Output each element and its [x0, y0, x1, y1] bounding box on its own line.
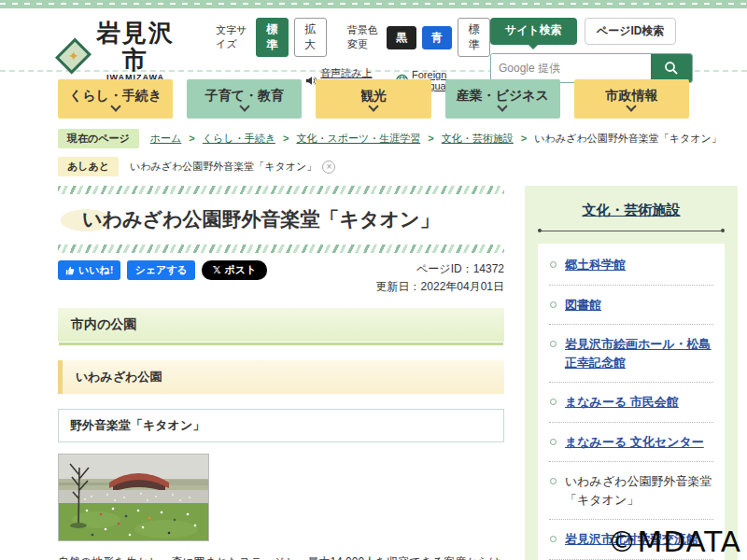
- thumbs-up-icon: [65, 266, 75, 275]
- nav-item-kosodate[interactable]: 子育て・教育: [187, 79, 302, 119]
- circle-bullet-icon: [550, 341, 557, 347]
- sidebar-item-manamiru-shimin-kaikan[interactable]: まなみーる 市民会館: [549, 383, 713, 423]
- nav-item-sangyo[interactable]: 産業・ビジネス: [445, 79, 560, 119]
- sidebar-divider: [538, 229, 725, 232]
- ashiato-row: あしあと いわみざわ公園野外音楽堂「キタオン」 ×: [0, 152, 747, 180]
- section-heading-parks: 市内の公園: [58, 308, 504, 343]
- body-paragraph: 自然の地形を生かし、森に囲まれたステージと、最大14,000人を収容できる客席か…: [58, 553, 504, 560]
- nav-item-kanko[interactable]: 観光: [316, 79, 430, 119]
- breadcrumb-link-bunka-geijutsu[interactable]: 文化・芸術施設: [442, 133, 514, 144]
- sidebar-item-kyodo-science[interactable]: 郷土科学館: [549, 245, 713, 286]
- decor-leaf-border-bottom: [58, 245, 504, 253]
- ashiato-item-label: いわみざわ公園野外音楽堂「キタオン」: [130, 160, 317, 174]
- mdata-watermark: ©MDATA: [607, 525, 741, 558]
- search-button[interactable]: [651, 54, 692, 82]
- breadcrumb-link-bunka-sports[interactable]: 文化・スポーツ・生涯学習: [296, 133, 420, 144]
- city-crest-icon: ✦: [55, 37, 92, 74]
- sidebar-item-kaiga-hall[interactable]: 岩見沢市絵画ホール・松島正幸記念館: [549, 325, 713, 383]
- breadcrumb-link-kurashi[interactable]: くらし・手続き: [203, 133, 275, 144]
- ashiato-badge: あしあと: [58, 157, 119, 176]
- bg-standard-button[interactable]: 標準: [458, 18, 490, 57]
- decor-stitch-band: [0, 0, 747, 8]
- font-size-standard-button[interactable]: 標準: [256, 18, 289, 57]
- magnifier-icon: [664, 61, 679, 76]
- decor-leaf-border-top: [58, 186, 504, 194]
- section-heading-kitaon: 野外音楽堂「キタオン」: [58, 409, 504, 442]
- kitaon-amphitheater-photo: [58, 454, 209, 541]
- breadcrumb-link-home[interactable]: ホーム: [150, 133, 182, 144]
- sidebar-item-kitaon-current: いわみざわ公園野外音楽堂「キタオン」: [549, 462, 713, 520]
- search-input[interactable]: [491, 54, 651, 82]
- social-row: いいね! シェアする 𝕏 ポスト ページID：14372 更新日：2022年04…: [58, 260, 504, 296]
- share-button[interactable]: シェアする: [127, 260, 194, 280]
- circle-bullet-icon: [550, 399, 557, 405]
- post-button[interactable]: 𝕏 ポスト: [202, 260, 268, 280]
- sidebar-culture-facilities: 文化・芸術施設 郷土科学館 図書館 岩見沢市絵画ホール・松島正幸記念館 まなみー…: [525, 186, 738, 560]
- x-logo-icon: 𝕏: [213, 264, 221, 276]
- bg-black-button[interactable]: 黒: [387, 26, 416, 49]
- site-header: ✦ 岩見沢市 IWAMIZAWA CITY 文字サイズ 標準 拡大 背景色変更 …: [0, 8, 747, 70]
- main-column: いわみざわ公園野外音楽堂「キタオン」 いいね! シェアする 𝕏 ポスト ページI…: [58, 186, 504, 560]
- sidebar-title: 文化・芸術施設: [538, 202, 725, 219]
- circle-bullet-icon: [550, 261, 557, 268]
- nav-item-kurashi[interactable]: くらし・手続き: [58, 79, 173, 119]
- circle-bullet-icon: [550, 301, 557, 308]
- city-name: 岩見沢市: [94, 20, 176, 73]
- section-heading-iwamizawa-park: いわみざわ公園: [58, 360, 504, 394]
- breadcrumb: 現在のページ ホーム > くらし・手続き > 文化・スポーツ・生涯学習 > 文化…: [0, 124, 747, 152]
- page-id: ページID：14372: [376, 260, 504, 278]
- bg-color-label: 背景色変更: [347, 23, 379, 51]
- header-search-area: サイト検索 ページID検索: [490, 18, 693, 83]
- updated-date: 更新日：2022年04月01日: [376, 278, 504, 296]
- circle-bullet-icon: [550, 536, 557, 542]
- circle-bullet-icon: [550, 478, 557, 484]
- like-button[interactable]: いいね!: [58, 260, 120, 280]
- font-size-large-button[interactable]: 拡大: [294, 18, 327, 57]
- bg-blue-button[interactable]: 青: [422, 26, 452, 49]
- nav-item-shisei[interactable]: 市政情報: [574, 79, 689, 119]
- circle-bullet-icon: [550, 439, 557, 445]
- close-icon[interactable]: ×: [322, 161, 335, 174]
- breadcrumb-current: いわみざわ公園野外音楽堂「キタオン」: [534, 133, 721, 144]
- font-size-label: 文字サイズ: [216, 23, 248, 51]
- site-search-tab[interactable]: サイト検索: [490, 18, 577, 45]
- sidebar-item-library[interactable]: 図書館: [549, 286, 713, 326]
- sidebar-item-manamiru-bunka-center[interactable]: まなみーる 文化センター: [549, 423, 713, 463]
- page-id-search-tab[interactable]: ページID検索: [585, 18, 677, 45]
- content-area: いわみざわ公園野外音楽堂「キタオン」 いいね! シェアする 𝕏 ポスト ページI…: [0, 180, 747, 560]
- page-title: いわみざわ公園野外音楽堂「キタオン」: [58, 194, 504, 245]
- current-page-badge: 現在のページ: [58, 129, 139, 148]
